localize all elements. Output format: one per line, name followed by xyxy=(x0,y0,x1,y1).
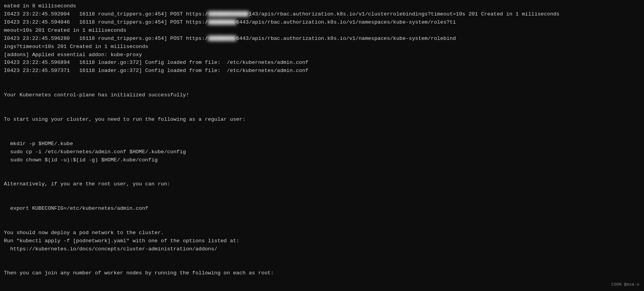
line-23: https://kubernetes.io/docs/concepts/clus… xyxy=(4,245,640,253)
blur-ip-2: █████████ xyxy=(208,19,236,25)
line-1: eated in 8 milliseconds xyxy=(4,2,640,10)
line-11: To start using your cluster, you need to… xyxy=(4,116,640,124)
line-3: I0423 23:22:45.594046 16118 round_trippe… xyxy=(4,19,640,35)
line-25: Then you can join any number of worker n… xyxy=(4,269,640,277)
line-14: sudo cp -i /etc/kubernetes/admin.conf $H… xyxy=(4,148,640,156)
line-19: export KUBECONFIG=/etc/kubernetes/admin.… xyxy=(4,205,640,213)
line-5: [addons] Applied essential addon: kube-p… xyxy=(4,51,640,59)
blur-ip-3: █████████ xyxy=(208,36,236,41)
terminal-window: eated in 8 millisecondsI0423 23:22:45.59… xyxy=(0,0,644,291)
line-7: I0423 23:22:45.597371 16118 loader.go:37… xyxy=(4,67,640,75)
line-15: sudo chown $(id -u):$(id -g) $HOME/.kube… xyxy=(4,156,640,164)
line-21: You should now deploy a pod network to t… xyxy=(4,229,640,237)
terminal-content: eated in 8 millisecondsI0423 23:22:45.59… xyxy=(4,2,640,291)
watermark-text: CSDN @asa-x xyxy=(611,281,639,288)
blur-ip-1: █████████████ xyxy=(208,11,249,17)
line-22: Run "kubectl apply -f [podnetwork].yaml"… xyxy=(4,237,640,245)
line-6: I0423 23:22:45.596894 16118 loader.go:37… xyxy=(4,59,640,67)
line-4: I0423 23:22:45.596280 16118 round_trippe… xyxy=(4,35,640,51)
line-9: Your Kubernetes control-plane has initia… xyxy=(4,91,640,99)
line-13: mkdir -p $HOME/.kube xyxy=(4,140,640,148)
line-2: I0423 23:22:45.592004 16118 round_trippe… xyxy=(4,10,640,19)
line-17: Alternatively, if you are the root user,… xyxy=(4,180,640,188)
